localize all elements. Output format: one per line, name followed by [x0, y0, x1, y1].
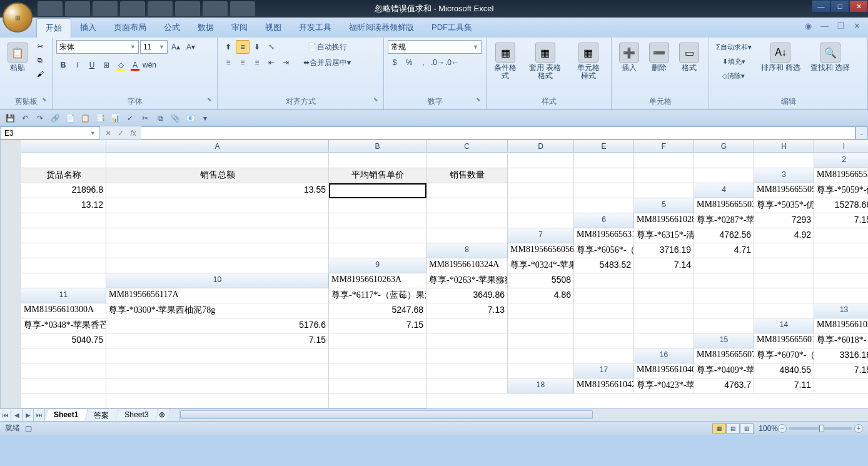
tab-view[interactable]: 视图 — [256, 18, 290, 38]
cell[interactable] — [426, 198, 508, 213]
cell[interactable]: 尊享-*0324*-苹果草莓番茄泥78g — [508, 258, 574, 273]
cell[interactable] — [694, 303, 754, 318]
qat-btn6[interactable]: 📋 — [79, 112, 91, 124]
cell[interactable] — [574, 348, 634, 363]
cell[interactable] — [754, 258, 814, 273]
cell[interactable] — [329, 378, 426, 393]
sheet-nav-next[interactable]: ▶ — [23, 409, 34, 421]
zoom-level[interactable]: 100% — [759, 424, 778, 433]
cell[interactable]: 4763.7 — [694, 378, 754, 393]
cell[interactable] — [106, 258, 329, 273]
cell[interactable]: 尊享-*6117*-（蓝莓）果汁泥 120g — [329, 288, 426, 303]
cell[interactable] — [21, 273, 106, 288]
cell[interactable] — [508, 213, 574, 228]
row-header[interactable]: 14 — [754, 318, 814, 333]
cell[interactable] — [574, 318, 634, 333]
cell[interactable]: MM81956656018A — [754, 333, 814, 348]
row-header[interactable]: 3 — [754, 168, 814, 183]
shrink-font-button[interactable]: A▾ — [184, 40, 198, 54]
italic-button[interactable]: I — [71, 58, 84, 72]
close-button[interactable]: ✕ — [849, 0, 868, 13]
fx-icon[interactable]: fx — [128, 129, 139, 138]
merge-center-button[interactable]: ⬌ 合并后居中 ▾ — [299, 56, 355, 69]
row-header[interactable]: 7 — [508, 228, 574, 243]
indent-increase-button[interactable]: ⇥ — [279, 56, 293, 69]
cell[interactable]: 平均销售单价 — [329, 168, 426, 183]
increase-decimal-button[interactable]: .0→ — [431, 56, 445, 69]
cell[interactable] — [508, 318, 574, 333]
cell[interactable] — [508, 183, 574, 198]
row-header[interactable]: 4 — [694, 183, 754, 198]
tab-pdftools[interactable]: PDF工具集 — [423, 18, 481, 38]
sheet-nav-last[interactable]: ⏭ — [34, 409, 45, 421]
clipboard-launcher[interactable]: ⬊ — [42, 96, 47, 103]
doc-close-icon[interactable]: ✕ — [851, 20, 863, 32]
qat-save[interactable]: 💾 — [4, 112, 16, 124]
cell[interactable]: 4.92 — [754, 228, 814, 243]
cell[interactable] — [754, 288, 814, 303]
cell[interactable]: 5508 — [508, 273, 574, 288]
cell[interactable] — [574, 183, 634, 198]
help-icon[interactable]: ◉ — [802, 20, 814, 32]
cell[interactable] — [574, 153, 634, 168]
sheet-tab-3[interactable]: Sheet3 — [116, 409, 158, 421]
cell[interactable]: 7.14 — [634, 258, 694, 273]
qat-btn7[interactable]: 📑 — [94, 112, 106, 124]
orientation-button[interactable]: ⤡ — [265, 40, 278, 54]
cell[interactable] — [508, 348, 574, 363]
tab-home[interactable]: 开始 — [36, 18, 71, 38]
cell[interactable] — [634, 153, 694, 168]
cell[interactable] — [634, 288, 694, 303]
cell[interactable] — [21, 243, 106, 258]
row-header[interactable]: 15 — [694, 333, 754, 348]
cell[interactable] — [426, 378, 508, 393]
cell[interactable] — [634, 168, 694, 183]
cell[interactable] — [426, 153, 508, 168]
cell[interactable] — [694, 318, 754, 333]
macro-record-icon[interactable]: ▢ — [25, 424, 32, 433]
cell[interactable] — [754, 243, 814, 258]
cell[interactable] — [329, 333, 426, 348]
conditional-format-button[interactable]: ▦条件格式 — [490, 40, 521, 83]
cell[interactable] — [814, 228, 868, 243]
col-header-E[interactable]: E — [574, 140, 634, 153]
sheet-tab-2[interactable]: 答案 — [85, 409, 118, 421]
cell[interactable] — [21, 213, 106, 228]
fill-color-button[interactable]: ◇ — [114, 58, 128, 72]
name-box[interactable]: E3▼ — [0, 126, 100, 139]
cell[interactable]: 5040.75 — [21, 333, 106, 348]
formula-bar-expand[interactable]: ⌄ — [855, 126, 868, 139]
cell[interactable] — [426, 318, 508, 333]
cell[interactable] — [106, 243, 329, 258]
cell[interactable]: 尊享-*0423*-苹果雪梨白葡萄泥78g — [634, 378, 694, 393]
cell[interactable] — [694, 258, 754, 273]
align-bottom-button[interactable]: ⬇ — [250, 40, 264, 54]
qat-btn9[interactable]: ✓ — [124, 112, 136, 124]
indent-decrease-button[interactable]: ⇤ — [265, 56, 278, 69]
qat-btn12[interactable]: 📎 — [169, 112, 181, 124]
sort-filter-button[interactable]: A↓排序和 筛选 — [757, 40, 804, 74]
row-header[interactable]: 10 — [106, 273, 329, 288]
row-header[interactable]: 8 — [426, 243, 508, 258]
underline-button[interactable]: U — [85, 58, 99, 72]
cell[interactable] — [694, 273, 754, 288]
cell[interactable]: 尊享-*6315*-清乐2+2果汁泥(苹果草莓山楂红 — [634, 228, 694, 243]
row-header[interactable]: 16 — [634, 348, 694, 363]
cell[interactable]: 5483.52 — [574, 258, 634, 273]
cell[interactable]: 21896.8 — [21, 183, 106, 198]
cell[interactable] — [814, 273, 868, 288]
sheet-nav-first[interactable]: ⏮ — [0, 409, 11, 421]
view-pagelayout[interactable]: ▤ — [726, 423, 740, 433]
cell[interactable] — [106, 393, 329, 408]
col-header-B[interactable]: B — [329, 140, 426, 153]
cell[interactable]: 4762.56 — [694, 228, 754, 243]
cell[interactable] — [329, 363, 426, 378]
row-header[interactable]: 13 — [814, 303, 868, 318]
autosum-button[interactable]: Σ 自动求和 ▾ — [713, 40, 755, 54]
tab-developer[interactable]: 开发工具 — [290, 18, 340, 38]
fill-button[interactable]: ⬇ 填充 ▾ — [713, 54, 755, 68]
align-center-button[interactable]: ≡ — [236, 56, 250, 69]
paste-button[interactable]: 📋 粘贴 — [4, 40, 31, 74]
col-header-F[interactable]: F — [634, 140, 694, 153]
border-button[interactable]: ⊞ — [99, 58, 113, 72]
